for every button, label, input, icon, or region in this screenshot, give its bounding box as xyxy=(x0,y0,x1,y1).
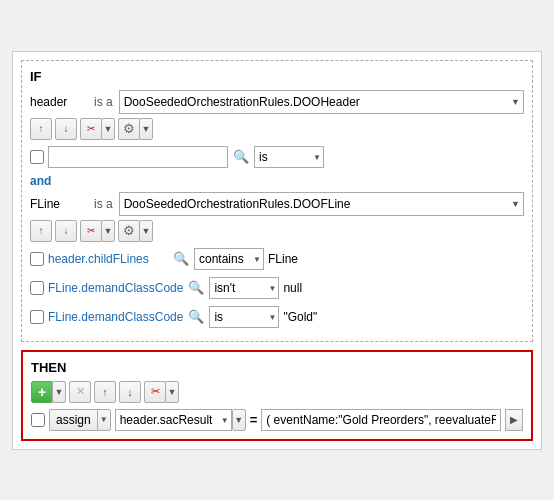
operator-select-0[interactable]: contains xyxy=(194,248,264,270)
equals-sign: = xyxy=(250,412,258,427)
fline-class-select-wrapper: DooSeededOrchestrationRules.DOOFLine xyxy=(119,192,524,216)
empty-condition-row: is xyxy=(30,144,524,170)
header-type-row: header is a DooSeededOrchestrationRules.… xyxy=(30,90,524,114)
add-btn[interactable]: + xyxy=(31,381,53,403)
fline-is-a-label: is a xyxy=(94,197,113,211)
if-section: IF header is a DooSeededOrchestrationRul… xyxy=(21,60,533,342)
header-class-select[interactable]: DooSeededOrchestrationRules.DOOHeader xyxy=(119,90,524,114)
search-icon-2[interactable] xyxy=(187,308,205,326)
cond-field-1: FLine.demandClassCode xyxy=(48,281,183,295)
up-btn-1[interactable] xyxy=(30,118,52,140)
cond-checkbox-1[interactable] xyxy=(30,281,44,295)
and-label: and xyxy=(30,174,524,188)
then-section: THEN + ▼ ✕ ↑ ↓ ✂ ▼ assign ▼ header.sacRe… xyxy=(21,350,533,441)
main-container: IF header is a DooSeededOrchestrationRul… xyxy=(12,51,542,450)
assign-row: assign ▼ header.sacResult ▼ = ▶ xyxy=(31,409,523,431)
then-delete-btn[interactable]: ✕ xyxy=(69,381,91,403)
operator-select-2[interactable]: is xyxy=(209,306,279,328)
assign-button[interactable]: assign xyxy=(49,409,97,431)
fline-class-select[interactable]: DooSeededOrchestrationRules.DOOFLine xyxy=(119,192,524,216)
assign-field-select[interactable]: header.sacResult xyxy=(115,409,232,431)
assign-drop-btn[interactable]: ▼ xyxy=(97,409,111,431)
if-label: IF xyxy=(30,69,524,84)
cond-field-0: header.childFLines xyxy=(48,252,168,266)
search-icon-0[interactable] xyxy=(172,250,190,268)
add-drop[interactable]: ▼ xyxy=(52,381,66,403)
down-btn-1[interactable] xyxy=(55,118,77,140)
search-icon-empty[interactable] xyxy=(232,148,250,166)
operator-wrap-0: contains xyxy=(194,248,264,270)
search-icon-1[interactable] xyxy=(187,279,205,297)
scissors-btn-1[interactable] xyxy=(80,118,102,140)
header-type-name: header xyxy=(30,95,90,109)
empty-operator-select[interactable]: is xyxy=(254,146,324,168)
gear-btn-1[interactable] xyxy=(118,118,140,140)
cond-value-2: "Gold" xyxy=(283,310,323,324)
then-scissors-drop[interactable]: ▼ xyxy=(165,381,179,403)
toolbar-1: ▼ ▼ xyxy=(30,118,524,140)
empty-cond-field-input[interactable] xyxy=(48,146,228,168)
fline-type-name: FLine xyxy=(30,197,90,211)
cond-field-2: FLine.demandClassCode xyxy=(48,310,183,324)
empty-operator-wrap: is xyxy=(254,146,324,168)
condition-row-1: FLine.demandClassCode isn't null xyxy=(30,275,524,301)
condition-row-2: FLine.demandClassCode is "Gold" xyxy=(30,304,524,330)
then-scissors-btn[interactable]: ✂ xyxy=(144,381,166,403)
cond-value-0: FLine xyxy=(268,252,308,266)
gear-btn-2[interactable] xyxy=(118,220,140,242)
header-is-a-label: is a xyxy=(94,95,113,109)
field-select-wrap: header.sacResult xyxy=(115,409,232,431)
scissors-btn-2[interactable] xyxy=(80,220,102,242)
cond-value-1: null xyxy=(283,281,323,295)
empty-cond-checkbox[interactable] xyxy=(30,150,44,164)
operator-wrap-1: isn't xyxy=(209,277,279,299)
assign-checkbox[interactable] xyxy=(31,413,45,427)
field-select-drop[interactable]: ▼ xyxy=(232,409,246,431)
scissors-drop-2[interactable]: ▼ xyxy=(101,220,115,242)
down-btn-2[interactable] xyxy=(55,220,77,242)
then-down-btn[interactable]: ↓ xyxy=(119,381,141,403)
then-label: THEN xyxy=(31,360,523,375)
fline-type-row: FLine is a DooSeededOrchestrationRules.D… xyxy=(30,192,524,216)
gear-drop-1[interactable]: ▼ xyxy=(139,118,153,140)
expr-end-btn[interactable]: ▶ xyxy=(505,409,523,431)
operator-select-1[interactable]: isn't xyxy=(209,277,279,299)
header-class-select-wrapper: DooSeededOrchestrationRules.DOOHeader xyxy=(119,90,524,114)
toolbar-2: ▼ ▼ xyxy=(30,220,524,242)
gear-drop-2[interactable]: ▼ xyxy=(139,220,153,242)
scissors-drop-1[interactable]: ▼ xyxy=(101,118,115,140)
operator-wrap-2: is xyxy=(209,306,279,328)
assign-btn-wrap: assign ▼ xyxy=(49,409,111,431)
then-up-btn[interactable]: ↑ xyxy=(94,381,116,403)
up-btn-2[interactable] xyxy=(30,220,52,242)
condition-row-0: header.childFLines contains FLine xyxy=(30,246,524,272)
expr-input[interactable] xyxy=(261,409,501,431)
cond-checkbox-0[interactable] xyxy=(30,252,44,266)
then-toolbar: + ▼ ✕ ↑ ↓ ✂ ▼ xyxy=(31,381,523,403)
cond-checkbox-2[interactable] xyxy=(30,310,44,324)
